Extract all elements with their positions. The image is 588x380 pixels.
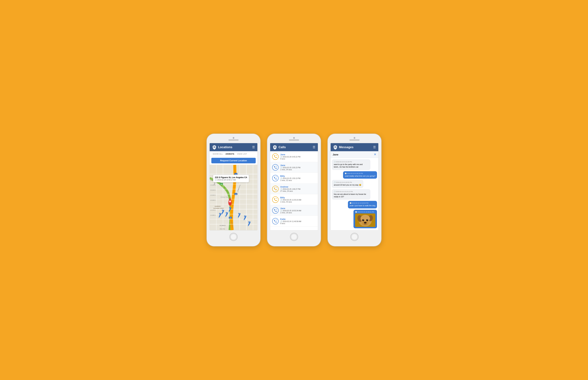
call-name: Katie [280,218,316,220]
svg-point-43 [222,209,224,211]
call-details: Katie 🕐2016-02-24 11:46:58 AM 0 secs [280,218,316,224]
message-bubble: 🕐2016-02-24 6:26:55 PMaround 10 text you… [332,180,363,188]
svg-point-61 [367,220,368,220]
svg-text:W 112th St: W 112th St [210,195,216,196]
phone-speaker-3 [349,139,360,141]
call-icon [272,153,278,160]
call-time: 🕐2016-02-26 6:45:22 PM [280,156,316,158]
home-button-1[interactable] [229,233,238,241]
msg-time: 🕐2016-02-24 10:15:12 PM [334,191,368,192]
call-item[interactable]: Jane 🕐2016-02-25 2:05:23 PM 1 mins, 34 s… [270,162,318,173]
call-duration: 1 mins, 18 secs [280,212,316,214]
svg-text:W 111th St: W 111th St [210,190,216,190]
call-item[interactable]: Jane 🕐2016-02-26 6:45:22 PM 0 secs [270,151,318,162]
map-area[interactable]: S Figueroa St Dover St 110 110 110 14A H… [210,165,257,230]
call-details: Andrew 🕐2016-02-25 1:06:27 PM 17 mins, 2… [280,186,316,192]
call-name: Billy [280,175,316,177]
animate-btn[interactable]: ANIMATE [224,152,236,155]
svg-point-62 [364,222,367,224]
svg-text:110: 110 [235,194,237,195]
msg-time: 🕐2016-02-24 6:26:55 PM [334,182,361,183]
svg-text:W 110th St: W 110th St [210,185,216,186]
call-time: 🕐2016-02-25 2:05:23 PM [280,167,316,169]
phone-speaker-1 [228,139,239,141]
phone-top-1 [207,137,260,142]
shield-icon-messages [333,145,338,150]
phone-speaker-2 [289,139,299,141]
svg-text:14A: 14A [220,184,223,185]
call-item[interactable]: Katie 🕐2016-02-24 11:46:58 AM 0 secs [270,216,318,227]
show-all-btn[interactable]: SHOW ALL [211,152,224,155]
screen-messages: Messages ☰ Jane ✕ 🕐2016-02-24 6:22:28 PM… [330,143,379,230]
calls-header: Calls ☰ [270,143,318,151]
hamburger-icon-1[interactable]: ☰ [252,146,255,149]
popup-address: 215 S Figuero St, Los Angeles CA [215,176,247,179]
phone-locations: Locations ☰ SHOW ALL ANIMATE VIEW LIST R… [207,134,260,246]
call-item[interactable]: Billy 🕐2016-02-25 1:55:13 PM 1 mins, 32 … [270,173,318,184]
svg-point-46 [229,207,231,209]
call-name: Jane [280,207,316,209]
clock-icon-popup: 🕐 [215,179,217,181]
call-duration: 1 mins, 43 secs [280,201,316,203]
call-icon [272,196,278,203]
header-left-calls: Calls [273,145,286,150]
message-bubble: 🕐2016-02-24 10:18:20 PMyeah i just have … [348,201,377,208]
home-button-3[interactable] [350,233,359,241]
call-time: 🕐2016-02-25 1:06:27 PM [280,188,316,190]
call-details: Billy 🕐2016-02-25 1:55:13 PM 1 mins, 32 … [280,175,316,181]
call-duration: 17 mins, 24 secs [280,190,316,192]
shield-icon [212,145,217,150]
call-details: Jane 🕐2016-02-25 10:53:34 AM 1 mins, 18 … [280,207,316,214]
phone-messages: Messages ☰ Jane ✕ 🕐2016-02-24 6:22:28 PM… [328,134,381,246]
call-icon [272,164,278,171]
home-button-inner-1 [230,234,237,240]
home-button-inner-3 [351,234,358,240]
call-item[interactable]: Jane 🕐2016-02-25 10:53:34 AM 1 mins, 18 … [270,205,318,216]
svg-point-45 [219,213,221,214]
dog-image [355,213,375,227]
view-list-btn[interactable]: VIEW LIST [236,152,248,155]
svg-point-48 [244,215,246,217]
call-item[interactable]: Andrew 🕐2016-02-25 1:06:27 PM 17 mins, 2… [270,184,318,194]
message-bubble: 🕐2016-02-24 10:15:12 PMhey we are about … [332,189,370,200]
home-button-2[interactable] [290,233,298,241]
message-bubble: 🕐2016-02-24 6:22:28 PMwant to go to the … [332,159,370,170]
calls-list: Jane 🕐2016-02-26 6:45:22 PM 0 secs Jane … [270,151,318,227]
call-icon [272,207,278,214]
header-left: Locations [212,145,232,150]
hamburger-icon-3[interactable]: ☰ [373,146,376,149]
messages-header: Messages ☰ [331,143,378,151]
messages-contact-bar: Jane ✕ [331,151,378,158]
popup-time: 🕐 2016-02-28 10:56:17 AM [215,179,247,181]
call-name: Billy [280,196,316,199]
call-name: Jane [280,164,316,167]
front-camera-1 [233,137,234,139]
svg-text:W 118th St: W 118th St [210,215,216,216]
screen-calls: Calls ☰ Jane 🕐2016-02-26 6:45:22 PM 0 se… [270,143,318,230]
call-item[interactable]: Billy 🕐2016-02-25 11:03:23 AM 1 mins, 43… [270,194,318,205]
msg-time: 🕐2016-02-24 10:18:41 PM [355,211,375,213]
svg-point-60 [363,220,364,220]
msg-text: yeah i just have to walk the dog [350,204,375,207]
close-button[interactable]: ✕ [374,152,376,156]
svg-text:HARBOR: HARBOR [215,206,221,207]
front-camera-2 [293,137,295,139]
home-button-inner-2 [291,234,297,240]
call-name: Jane [280,153,316,156]
messages-list: 🕐2016-02-24 6:22:28 PMwant to go to the … [331,158,378,230]
svg-point-49 [248,221,250,223]
hamburger-icon-2[interactable]: ☰ [313,146,315,149]
msg-text: want to go to the party with me and kevi… [334,163,368,168]
calls-title: Calls [278,146,286,149]
call-time: 🕐2016-02-25 1:55:13 PM [280,177,316,179]
call-details: Jane 🕐2016-02-26 6:45:22 PM 0 secs [280,153,316,160]
map-svg: S Figueroa St Dover St 110 110 110 14A H… [210,165,257,230]
svg-text:W 117th St: W 117th St [210,209,216,211]
call-details: Jane 🕐2016-02-25 2:05:23 PM 1 mins, 34 s… [280,164,316,171]
phones-container: Locations ☰ SHOW ALL ANIMATE VIEW LIST R… [207,134,381,246]
msg-text: around 10 text you on my way 😀 [334,184,361,186]
msg-text: yeah totally what time are you going? [345,175,375,177]
svg-point-59 [366,219,368,221]
locations-title: Locations [218,146,232,149]
request-location-button[interactable]: Request Current Location [211,158,256,163]
